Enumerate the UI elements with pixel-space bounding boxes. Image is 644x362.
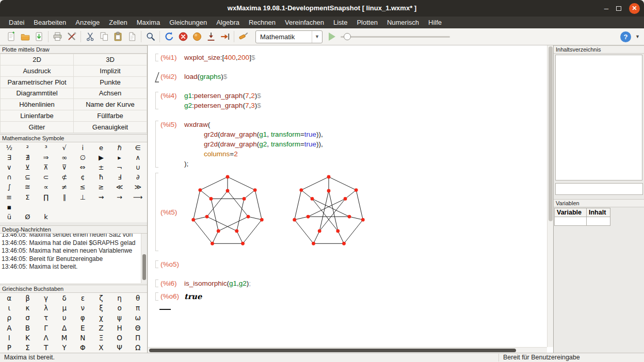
- greek-letter-button[interactable]: Δ: [55, 323, 74, 333]
- variables-cell-inhalt[interactable]: [587, 217, 610, 226]
- symbol-button[interactable]: ⇝: [92, 192, 110, 202]
- symbol-button[interactable]: ∂: [128, 172, 147, 182]
- greek-letter-button[interactable]: ζ: [92, 293, 110, 303]
- draw-button-linienfarbe[interactable]: Linienfarbe: [1, 110, 73, 121]
- configure-icon[interactable]: [65, 30, 78, 44]
- greek-letter-button[interactable]: η: [110, 293, 129, 303]
- symbol-button[interactable]: ∩: [0, 172, 19, 182]
- cell-style-select[interactable]: Mathematik ▼: [255, 30, 323, 43]
- greek-letter-button[interactable]: N: [74, 333, 92, 342]
- symbol-button[interactable]: ▶: [92, 153, 110, 162]
- cell-bracket[interactable]: [153, 259, 160, 269]
- greek-letter-button[interactable]: Ω: [128, 342, 147, 352]
- menu-rechnen[interactable]: Rechnen: [244, 17, 280, 28]
- greek-letter-button[interactable]: Θ: [128, 323, 147, 333]
- greek-letter-button[interactable]: O: [110, 333, 129, 342]
- select-icon[interactable]: [125, 30, 139, 44]
- toc-list[interactable]: [555, 55, 642, 180]
- greek-letter-button[interactable]: E: [74, 323, 92, 333]
- variables-column-variable[interactable]: Variable: [555, 208, 587, 217]
- slider-thumb[interactable]: [344, 33, 351, 40]
- symbol-button[interactable]: ▸: [110, 153, 129, 162]
- greek-letter-button[interactable]: Z: [92, 323, 110, 333]
- symbol-button[interactable]: ¢: [74, 172, 92, 182]
- horizontal-scrollbar-thumb[interactable]: [149, 349, 516, 352]
- draw-button-fullfarbe[interactable]: Füllfarbe: [74, 110, 147, 121]
- help-button[interactable]: ?: [620, 31, 631, 42]
- open-icon[interactable]: [18, 30, 32, 44]
- draw-button-name-der-kurve[interactable]: Name der Kurve: [74, 99, 147, 110]
- symbol-button[interactable]: ≤: [74, 182, 92, 192]
- symbol-button[interactable]: ∥: [55, 192, 74, 202]
- greek-letter-button[interactable]: X: [92, 342, 110, 352]
- symbol-button[interactable]: k: [37, 212, 55, 222]
- greek-letter-button[interactable]: ν: [74, 303, 92, 312]
- symbol-button[interactable]: ≡: [0, 192, 19, 202]
- greek-letter-button[interactable]: ω: [128, 313, 147, 323]
- code-line[interactable]: wxdraw(: [184, 120, 547, 129]
- draw-button-ausdruck[interactable]: Ausdruck: [1, 65, 73, 76]
- greek-letter-button[interactable]: μ: [55, 303, 74, 312]
- greek-letter-button[interactable]: α: [0, 293, 19, 303]
- symbol-button[interactable]: ∞: [55, 153, 74, 162]
- greek-letter-button[interactable]: ψ: [110, 313, 129, 323]
- paste-icon[interactable]: [111, 30, 125, 44]
- greek-letter-button[interactable]: τ: [37, 313, 55, 323]
- resize-grip[interactable]: [636, 354, 643, 361]
- interrupt-icon[interactable]: [176, 30, 190, 44]
- greek-letter-button[interactable]: B: [19, 323, 37, 333]
- cell-bracket[interactable]: [153, 172, 160, 252]
- greek-letter-button[interactable]: ι: [0, 303, 19, 312]
- cut-icon[interactable]: [83, 30, 97, 44]
- greek-letter-button[interactable]: θ: [128, 293, 147, 303]
- toolbar-overflow-icon[interactable]: ▼: [635, 34, 640, 39]
- symbol-button[interactable]: ⟶: [128, 192, 147, 202]
- draw-button-diagrammtitel[interactable]: Diagrammtitel: [1, 88, 73, 99]
- play-animation-button[interactable]: [329, 32, 335, 41]
- debug-scrollbar[interactable]: [141, 234, 147, 283]
- symbol-button[interactable]: ∏: [37, 192, 55, 202]
- menu-anzeige[interactable]: Anzeige: [71, 17, 104, 28]
- menu-maxima[interactable]: Maxima: [132, 17, 165, 28]
- code-line[interactable]: g1:petersen_graph(7,2)$: [184, 91, 547, 101]
- greek-letter-button[interactable]: P: [0, 342, 19, 352]
- greek-letter-button[interactable]: M: [55, 333, 74, 342]
- greek-letter-button[interactable]: χ: [92, 313, 110, 323]
- draw-button-hohenlinien[interactable]: Höhenlinien: [1, 99, 73, 110]
- edit-cursor[interactable]: [159, 309, 171, 310]
- code-line[interactable]: columns=2: [184, 149, 547, 159]
- symbol-button[interactable]: ⊼: [37, 162, 55, 172]
- greek-letter-button[interactable]: A: [0, 323, 19, 333]
- symbol-button[interactable]: ⇒: [37, 153, 55, 162]
- greek-letter-button[interactable]: υ: [55, 313, 74, 323]
- symbol-button[interactable]: ⊆: [19, 172, 37, 182]
- greek-letter-button[interactable]: Λ: [37, 333, 55, 342]
- symbol-button[interactable]: Σ: [19, 192, 37, 202]
- symbol-button[interactable]: ∝: [37, 182, 55, 192]
- symbol-button[interactable]: e: [92, 143, 110, 153]
- menu-bearbeiten[interactable]: Bearbeiten: [29, 17, 71, 28]
- maximize-button[interactable]: [616, 6, 621, 11]
- code-line[interactable]: true: [184, 291, 547, 302]
- draw-button-2d[interactable]: 2D: [1, 54, 73, 65]
- copy-icon[interactable]: [97, 30, 111, 44]
- symbol-button[interactable]: Ø: [19, 212, 37, 222]
- greek-letter-button[interactable]: γ: [37, 293, 55, 303]
- greek-letter-button[interactable]: I: [0, 333, 19, 342]
- menu-algebra[interactable]: Algebra: [212, 17, 244, 28]
- symbol-button[interactable]: ⊻: [19, 162, 37, 172]
- code-line[interactable]: wxplot_size:[400,200]$: [184, 53, 547, 62]
- toc-filter-input[interactable]: [555, 183, 643, 195]
- draw-button-parametrischer-plot[interactable]: Parametrischer Plot: [1, 77, 73, 88]
- symbol-button[interactable]: ≅: [19, 182, 37, 192]
- symbol-button[interactable]: ≪: [110, 182, 129, 192]
- vertical-scrollbar-thumb[interactable]: [549, 46, 553, 221]
- greek-letter-button[interactable]: T: [37, 342, 55, 352]
- symbol-button[interactable]: ≠: [55, 182, 74, 192]
- cell-bracket[interactable]: [153, 278, 160, 288]
- worksheet[interactable]: (%i1)wxplot_size:[400,200]$(%i2)load(gra…: [148, 45, 553, 353]
- worksheet-vertical-scrollbar[interactable]: [547, 45, 553, 347]
- symbol-button[interactable]: ∅: [74, 153, 92, 162]
- symbol-button[interactable]: ∈: [128, 143, 147, 153]
- evaluate-all-icon[interactable]: [204, 30, 218, 44]
